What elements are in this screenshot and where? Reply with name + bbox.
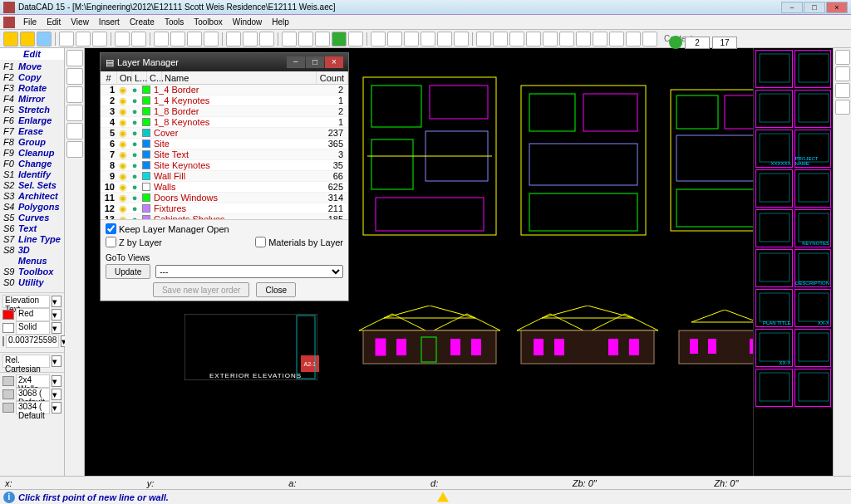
thumbnail[interactable] — [755, 369, 793, 407]
tool-undo-icon[interactable] — [3, 32, 18, 46]
bulb-icon[interactable]: ◉ — [117, 128, 129, 139]
minimize-button[interactable]: − — [781, 2, 803, 13]
thumbnail[interactable] — [755, 169, 793, 208]
dropdown-icon[interactable]: ▾ — [52, 309, 61, 321]
tool-render-icon[interactable] — [332, 32, 347, 46]
lock-icon[interactable]: ● — [129, 171, 140, 181]
rtool-1-icon[interactable] — [835, 50, 850, 65]
tool-c7-icon[interactable] — [576, 32, 591, 46]
tool-b2-icon[interactable] — [387, 32, 402, 46]
sheet-lock-icon[interactable] — [740, 37, 751, 48]
layer-row[interactable]: 6◉●Site365 — [101, 139, 348, 149]
lock-icon[interactable]: ● — [129, 106, 140, 116]
menu-edit[interactable]: Edit — [42, 17, 66, 27]
thumbnail[interactable] — [755, 249, 793, 287]
rtool-2-icon[interactable] — [835, 66, 850, 81]
dropdown-icon[interactable]: ▾ — [52, 355, 61, 367]
lock-icon[interactable]: ● — [129, 139, 140, 149]
layer-color-swatch[interactable] — [142, 86, 150, 94]
fn-move[interactable]: F1Move — [3, 61, 61, 72]
lock-icon[interactable]: ● — [129, 182, 140, 192]
thumbnail[interactable] — [755, 90, 793, 128]
tool-c6-icon[interactable] — [559, 32, 574, 46]
menu-file[interactable]: File — [18, 17, 42, 27]
bulb-icon[interactable]: ◉ — [117, 117, 129, 128]
side-tool-4-icon[interactable] — [66, 105, 83, 121]
layer-row[interactable]: 8◉●Site Keynotes35 — [101, 160, 348, 171]
prop-pattern[interactable]: Solid — [16, 321, 50, 335]
dropdown-icon[interactable]: ▾ — [52, 296, 61, 307]
tool-3d-icon[interactable] — [282, 32, 297, 46]
prop-wall[interactable]: 2x4 Walls — [16, 374, 50, 388]
tool-ruler-icon[interactable] — [92, 32, 107, 46]
layer-color-swatch[interactable] — [142, 193, 150, 202]
thumbnail[interactable] — [794, 90, 832, 128]
hdr-name[interactable]: Name — [162, 71, 317, 84]
rtool-4-icon[interactable] — [835, 100, 850, 115]
menu-help[interactable]: Help — [267, 17, 294, 27]
tool-context-icon[interactable] — [642, 32, 657, 46]
fn-text[interactable]: S6Text — [3, 223, 61, 234]
menu-insert[interactable]: Insert — [94, 17, 125, 27]
dropdown-icon[interactable]: ▾ — [52, 375, 61, 387]
side-tool-5-icon[interactable] — [66, 123, 83, 139]
sheet-icon[interactable] — [669, 36, 682, 49]
menu-toolbox[interactable]: Toolbox — [189, 17, 227, 27]
dropdown-icon[interactable]: ▾ — [52, 389, 61, 400]
tool-redo-icon[interactable] — [20, 32, 35, 46]
fn-erase[interactable]: F7Erase — [3, 126, 61, 137]
layer-color-swatch[interactable] — [142, 150, 150, 159]
layer-row[interactable]: 1◉●1_4 Border2 — [101, 85, 348, 95]
fn-change[interactable]: F0Change — [3, 159, 61, 169]
layer-row[interactable]: 12◉●Fixtures211 — [101, 203, 348, 214]
bulb-icon[interactable]: ◉ — [117, 106, 129, 117]
tool-c1-icon[interactable] — [476, 32, 491, 46]
fn-line-type[interactable]: S7Line Type — [3, 234, 61, 245]
goto-select[interactable]: --- — [155, 265, 343, 278]
tool-camera-icon[interactable] — [115, 32, 130, 46]
tool-view-icon[interactable] — [348, 32, 363, 46]
tool-b3-icon[interactable] — [404, 32, 419, 46]
thumbnail[interactable]: KEYNOTES — [794, 209, 832, 247]
lock-icon[interactable]: ● — [129, 193, 140, 203]
fn-cleanup[interactable]: F9Cleanup — [3, 148, 61, 159]
materials-by-layer-checkbox[interactable]: Materials by Layer — [255, 237, 343, 247]
z-by-layer-checkbox[interactable]: Z by Layer — [106, 237, 162, 247]
layer-color-swatch[interactable] — [142, 139, 150, 148]
bulb-icon[interactable]: ◉ — [117, 171, 129, 182]
layer-color-swatch[interactable] — [142, 183, 150, 191]
thumbnail[interactable] — [755, 209, 793, 247]
sheet-field-a[interactable] — [685, 37, 710, 49]
lock-icon[interactable]: ● — [129, 117, 140, 127]
close-button[interactable]: × — [826, 2, 848, 13]
menu-view[interactable]: View — [66, 17, 94, 27]
menu-create[interactable]: Create — [125, 17, 160, 27]
tool-globe-icon[interactable] — [131, 32, 146, 46]
tool-arc-icon[interactable] — [243, 32, 258, 46]
menu-tools[interactable]: Tools — [160, 17, 189, 27]
sheet-field-b[interactable] — [712, 37, 737, 49]
bulb-icon[interactable]: ◉ — [117, 160, 129, 171]
fn-sel-sets[interactable]: S2Sel. Sets — [3, 180, 61, 191]
dialog-maximize-button[interactable]: □ — [306, 56, 324, 68]
bulb-icon[interactable]: ◉ — [117, 149, 129, 160]
layer-row[interactable]: 5◉●Cover237 — [101, 128, 348, 139]
fn-toolbox[interactable]: S9Toolbox — [3, 267, 61, 277]
tool-hatch-icon[interactable] — [170, 32, 185, 46]
tool-box-icon[interactable] — [315, 32, 330, 46]
dialog-close-btn[interactable]: Close — [256, 282, 296, 297]
fn-3d-menus[interactable]: S83D Menus — [3, 245, 61, 267]
tool-grid-icon[interactable] — [154, 32, 169, 46]
prop-coord[interactable]: Rel. Cartesian — [2, 355, 50, 368]
hdr-on[interactable]: On — [117, 71, 132, 84]
keep-open-checkbox[interactable]: Keep Layer Manager Open — [106, 223, 343, 234]
tool-circle-icon[interactable] — [259, 32, 274, 46]
thumbnail[interactable] — [755, 50, 793, 88]
layer-row[interactable]: 7◉●Site Text3 — [101, 149, 348, 160]
layer-color-swatch[interactable] — [142, 96, 150, 105]
layer-color-swatch[interactable] — [142, 129, 150, 137]
tool-c4-icon[interactable] — [526, 32, 541, 46]
hdr-lock[interactable]: L... — [132, 71, 147, 84]
layer-row[interactable]: 9◉●Wall Fill66 — [101, 171, 348, 182]
hdr-color[interactable]: C... — [147, 71, 162, 84]
